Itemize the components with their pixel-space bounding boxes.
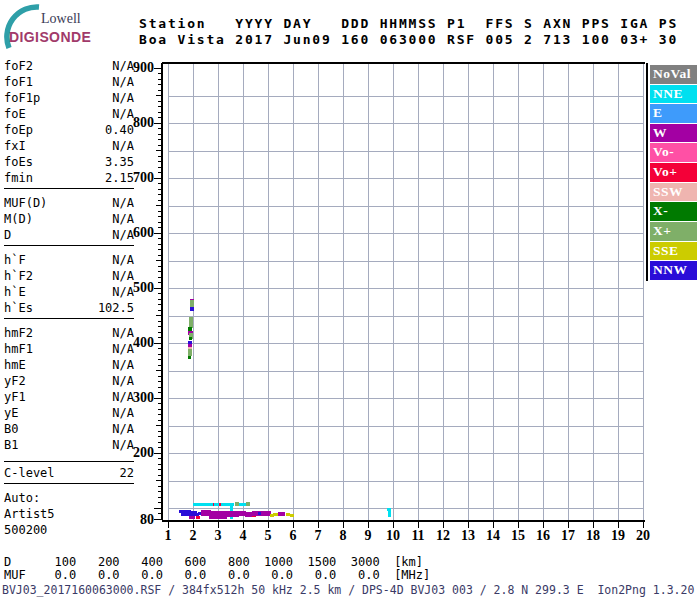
param-label: yE [4,405,18,421]
param-label: foF2 [4,58,33,74]
y-tick [154,398,162,399]
x-tick-label: 19 [607,528,629,544]
gridline-vertical [568,64,569,520]
y-tick [158,139,162,140]
legend-item: SSE [650,242,697,261]
gridline-vertical [268,64,269,520]
param-label: fmin [4,170,33,186]
legend-item-label: W [653,125,667,141]
param-label: foF1p [4,90,40,106]
y-tick [158,381,162,382]
gridline-horizontal [168,123,643,124]
y-tick-label: 600 [108,225,154,241]
digisonde-logo: Lowell DIGISONDE [4,4,124,54]
y-tick [158,464,162,465]
echo-point [188,349,192,356]
legend-item-label: NNE [653,86,683,102]
legend-item: NNE [650,85,697,104]
gridline-horizontal [168,343,643,344]
y-tick [158,112,162,113]
y-tick [154,288,162,289]
y-tick [156,480,162,481]
legend-item-label: Vo+ [653,164,677,180]
param-label: hmF2 [4,325,33,341]
param-value: N/A [112,405,134,421]
y-tick [158,475,162,476]
gridline-vertical [193,64,194,520]
gridline-vertical [518,64,519,520]
header-fields-line: Station YYYY DAY DDD HHMMSS P1 FFS S AXN… [139,16,678,32]
x-tick-label: 4 [232,528,254,544]
param-value: N/A [112,90,134,106]
y-tick [156,205,162,206]
x-tick-label: 6 [282,528,304,544]
y-tick [158,216,162,217]
param-label: foE [4,106,26,122]
y-tick-label: 800 [108,115,154,131]
gridline-horizontal [168,206,643,207]
x-tick-label: 13 [457,528,479,544]
y-tick [158,420,162,421]
clevel-label: C-level [4,465,55,481]
y-tick [154,68,162,69]
legend-item: Vo+ [650,163,697,182]
gridline-horizontal [168,508,643,509]
y-tick [158,255,162,256]
y-tick [154,233,162,234]
param-label: D [4,227,11,243]
y-axis-line [161,63,163,520]
gridline-vertical [168,64,169,520]
param-label: B0 [4,421,18,437]
param-label: h`E [4,284,26,300]
x-tick-label: 7 [307,528,329,544]
x-tick-label: 20 [632,528,654,544]
gridline-vertical [318,64,319,520]
x-tick-label: 1 [157,528,179,544]
legend-item-label: NoVal [653,66,691,82]
y-tick [158,403,162,404]
y-tick-label: 700 [108,170,154,186]
y-tick [158,447,162,448]
legend-item-label: Vo- [653,144,674,160]
y-tick [158,266,162,267]
param-value: 102.5 [98,300,134,316]
gridline-horizontal [168,151,643,152]
param-label: h`Es [4,300,33,316]
y-tick [158,277,162,278]
gridline-horizontal [168,233,643,234]
legend-item: SSW [650,183,697,202]
param-row: foF1pN/A [4,90,134,106]
y-tick [158,442,162,443]
y-tick [156,150,162,151]
echo-point [246,502,250,506]
y-tick [158,359,162,360]
y-tick [158,90,162,91]
param-label: h`F [4,252,26,268]
param-value: 3.35 [105,154,134,170]
logo-digisonde-text: DIGISONDE [9,29,91,45]
y-tick [158,84,162,85]
x-tick-label: 18 [582,528,604,544]
y-tick [156,315,162,316]
y-tick [158,387,162,388]
echo-point [209,511,227,519]
y-tick [158,293,162,294]
param-row: yF2N/A [4,373,134,389]
y-tick [156,370,162,371]
ionogram-viewer: Lowell DIGISONDE Station YYYY DAY DDD HH… [0,0,700,600]
gridline-horizontal [168,426,643,427]
y-tick [158,469,162,470]
param-label: h`F2 [4,268,33,284]
y-tick [158,497,162,498]
y-tick [158,73,162,74]
gridline-vertical [343,64,344,520]
y-tick [158,299,162,300]
param-label: yF1 [4,389,26,405]
y-tick [154,123,162,124]
legend-item-label: SSE [653,243,679,259]
param-label: B1 [4,437,18,453]
y-tick [158,79,162,80]
footer-line: Auto: [4,490,134,506]
param-row: h`Es102.5 [4,300,134,316]
y-tick [158,211,162,212]
